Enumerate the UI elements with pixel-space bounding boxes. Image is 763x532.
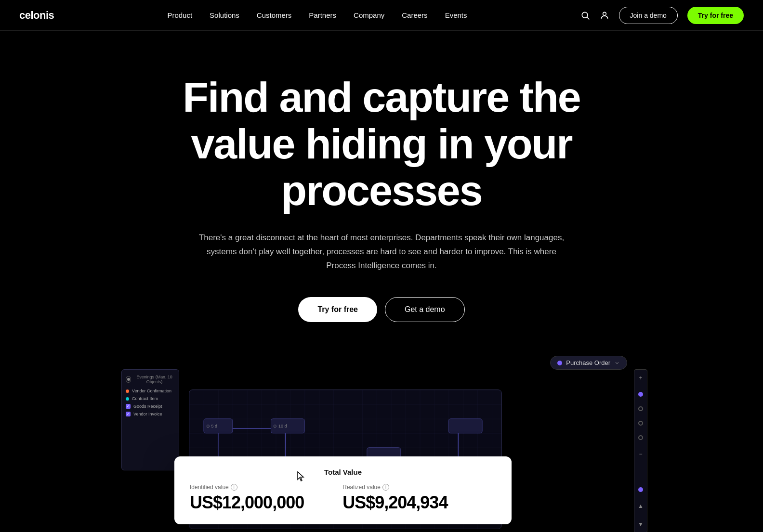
card-values: Identified value i US$12,000,000 Realize… xyxy=(190,484,496,513)
po-dot-icon xyxy=(557,361,562,365)
get-demo-button[interactable]: Get a demo xyxy=(385,297,465,322)
identified-label: Identified value i xyxy=(190,484,304,491)
svg-text:⊙ 10 d: ⊙ 10 d xyxy=(273,424,287,428)
realized-label: Realized value i xyxy=(342,484,447,491)
navbar: celonis Product Solutions Customers Part… xyxy=(0,0,763,31)
chevron-down-icon xyxy=(614,360,620,366)
filter-item-vendor-invoice: ✓ Vendor Invoice xyxy=(126,410,175,418)
search-icon[interactable] xyxy=(580,11,590,20)
user-icon[interactable] xyxy=(600,11,609,20)
minus-icon[interactable]: − xyxy=(636,450,645,458)
hero-cta-group: Try for free Get a demo xyxy=(19,297,744,322)
try-free-button[interactable]: Try for free xyxy=(298,297,377,322)
po-chip[interactable]: Purchase Order xyxy=(550,356,627,370)
identified-value-group: Identified value i US$12,000,000 xyxy=(190,484,304,513)
hero-subtitle: There's a great disconnect at the heart … xyxy=(198,231,565,273)
scroll-indicator-filled xyxy=(638,392,643,397)
logo[interactable]: celonis xyxy=(19,9,54,22)
try-free-nav-button[interactable]: Try for free xyxy=(687,7,744,24)
nav-events[interactable]: Events xyxy=(445,11,467,19)
svg-text:⊙ 5 d: ⊙ 5 d xyxy=(206,424,217,428)
check-icon-1: ✓ xyxy=(126,404,131,409)
scroll-indicator-outline-1 xyxy=(638,406,643,411)
arrow-up-icon[interactable]: ▲ xyxy=(636,502,645,510)
nav-actions: Join a demo Try for free xyxy=(580,7,744,24)
svg-point-2 xyxy=(603,12,606,15)
arrow-down-icon[interactable]: ▼ xyxy=(636,520,645,529)
mouse-cursor xyxy=(297,471,306,480)
filter-label-4: Vendor Invoice xyxy=(133,412,162,416)
svg-line-1 xyxy=(587,17,589,19)
right-zoom-panel: + − ▲ ▼ xyxy=(634,369,647,532)
hero-section: Find and capture the value hiding in you… xyxy=(0,31,763,532)
join-demo-button[interactable]: Join a demo xyxy=(619,7,678,24)
filter-label-1: Vendor Confirmation xyxy=(132,389,171,393)
total-value-card: Total Value Identified value i US$12,000… xyxy=(174,456,512,524)
left-filter-panel: Evenings (Max. 10 Objects) Vendor Confir… xyxy=(121,369,179,470)
identified-amount: US$12,000,000 xyxy=(190,493,304,513)
nav-dot-bottom xyxy=(638,487,643,492)
check-icon-2: ✓ xyxy=(126,412,131,416)
scroll-indicator-outline-3 xyxy=(638,435,643,440)
info-icon-identified: i xyxy=(231,484,237,491)
filter-item-contract: Contract Item xyxy=(126,395,175,402)
svg-rect-7 xyxy=(448,419,482,433)
nav-careers[interactable]: Careers xyxy=(402,11,427,19)
nav-partners[interactable]: Partners xyxy=(309,11,336,19)
scroll-indicator-outline-2 xyxy=(638,421,643,426)
nav-solutions[interactable]: Solutions xyxy=(210,11,239,19)
info-icon-realized: i xyxy=(382,484,389,491)
orange-dot-icon xyxy=(126,389,129,393)
filter-item-vendor-confirm: Vendor Confirmation xyxy=(126,387,175,395)
teal-dot-icon xyxy=(126,397,129,401)
filter-header: Evenings (Max. 10 Objects) xyxy=(126,375,175,384)
filter-label-3: Goods Receipt xyxy=(133,404,162,409)
settings-icon xyxy=(126,376,131,383)
plus-icon[interactable]: + xyxy=(636,374,645,382)
filter-panel-title: Evenings (Max. 10 Objects) xyxy=(134,375,175,384)
svg-point-0 xyxy=(582,12,588,18)
nav-company[interactable]: Company xyxy=(354,11,384,19)
realized-value-group: Realized value i US$9,204,934 xyxy=(342,484,447,513)
nav-customers[interactable]: Customers xyxy=(257,11,292,19)
filter-item-goods: ✓ Goods Receipt xyxy=(126,402,175,410)
filter-label-2: Contract Item xyxy=(132,396,158,401)
nav-links: Product Solutions Customers Partners Com… xyxy=(167,11,467,20)
realized-amount: US$9,204,934 xyxy=(342,493,447,513)
dashboard-preview: Purchase Order + − ▲ ▼ Ev xyxy=(92,356,671,532)
nav-product[interactable]: Product xyxy=(167,11,192,19)
card-title: Total Value xyxy=(190,468,496,476)
po-chip-label: Purchase Order xyxy=(566,359,610,366)
hero-title: Find and capture the value hiding in you… xyxy=(165,74,598,214)
